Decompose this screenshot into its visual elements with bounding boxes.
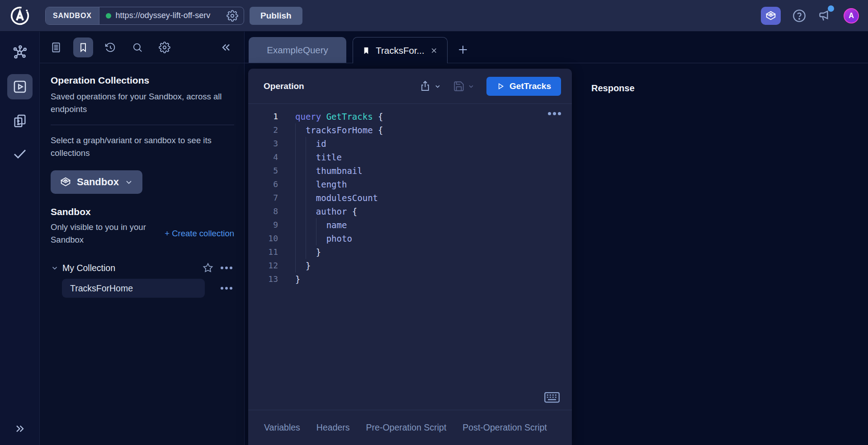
keyboard-shortcuts-icon[interactable] (544, 391, 560, 403)
changes-diff-icon (12, 113, 28, 129)
collection-chevron-down-icon[interactable] (51, 264, 59, 272)
editor-menu-button[interactable] (548, 112, 561, 115)
endpoint-pill: SANDBOX https://odyssey-lift-off-serv (45, 7, 244, 25)
announcements-button[interactable] (818, 9, 832, 23)
line-number: 13 (248, 272, 278, 286)
plus-icon (457, 44, 469, 56)
create-collection-link[interactable]: + Create collection (165, 229, 234, 239)
apollo-logo[interactable] (0, 0, 40, 32)
code-editor[interactable]: 1query GetTracks {2tracksForHome {3id4ti… (248, 104, 572, 410)
tab-label: TracksFor... (376, 45, 424, 56)
collections-tab-button[interactable] (73, 37, 93, 57)
collection-item-tracksforhome[interactable]: TracksForHome (62, 279, 205, 298)
line-number: 6 (248, 178, 278, 191)
schema-graph-icon (12, 44, 28, 61)
code-line-2: 2tracksForHome { (248, 123, 572, 137)
code-content: title (278, 150, 342, 164)
explorer-settings-button[interactable] (155, 37, 175, 57)
collection-item-row: TracksForHome (51, 279, 241, 298)
divider (51, 125, 234, 125)
line-number: 9 (248, 218, 278, 232)
sandbox-dropdown[interactable]: Sandbox (51, 170, 142, 194)
double-chevron-left-icon (220, 41, 232, 54)
save-options-chevron-icon[interactable] (467, 83, 475, 90)
line-number: 10 (248, 232, 278, 245)
code-content: author { (278, 205, 357, 218)
rail-item-explorer[interactable] (7, 74, 33, 99)
chevron-down-icon (124, 178, 133, 187)
collection-item-menu-button[interactable] (221, 287, 232, 290)
share-operation-icon[interactable] (419, 80, 431, 92)
rail-item-changes[interactable] (9, 110, 31, 132)
sandbox-cube-button[interactable] (761, 7, 781, 25)
add-tab-button[interactable] (457, 44, 469, 56)
sandbox-mode-badge: SANDBOX (46, 7, 99, 24)
tab-tracksforhome[interactable]: TracksFor... (353, 37, 448, 63)
history-tab-button[interactable] (100, 37, 120, 57)
bookmark-icon (362, 47, 370, 55)
sandbox-cube-icon (765, 10, 777, 22)
sandbox-section-subtitle: Only visible to you in your Sandbox (51, 221, 158, 246)
panel-toolbar (40, 32, 244, 63)
code-line-3: 3id (248, 137, 572, 150)
help-button[interactable] (792, 9, 807, 23)
collapse-panel-button[interactable] (220, 41, 232, 54)
close-tab-icon[interactable] (430, 47, 438, 55)
code-line-6: 6length (248, 178, 572, 191)
expand-rail-button[interactable] (0, 422, 40, 435)
favorite-star-icon[interactable] (203, 262, 213, 273)
sandbox-dropdown-label: Sandbox (77, 176, 119, 188)
code-content: } (278, 272, 300, 286)
code-line-7: 7modulesCount (248, 191, 572, 205)
code-content: tracksForHome { (278, 123, 383, 137)
rail-item-schema[interactable] (9, 42, 31, 63)
code-content: id (278, 137, 326, 150)
code-lines: 1query GetTracks {2tracksForHome {3id4ti… (248, 110, 572, 286)
left-nav-rail (0, 32, 40, 445)
collection-menu-button[interactable] (221, 267, 232, 269)
code-line-4: 4title (248, 150, 572, 164)
line-number: 5 (248, 164, 278, 178)
response-panel: Response (572, 69, 868, 445)
code-line-1: 1query GetTracks { (248, 110, 572, 123)
save-operation-icon[interactable] (453, 80, 465, 92)
footer-tab-post-operation-script[interactable]: Post-Operation Script (462, 422, 547, 433)
line-number: 11 (248, 245, 278, 259)
endpoint-settings-gear-icon[interactable] (226, 10, 238, 22)
code-content: } (278, 245, 321, 259)
sandbox-section-row: Only visible to you in your Sandbox + Cr… (51, 221, 241, 246)
apollo-logo-icon (10, 6, 30, 26)
endpoint-url-input[interactable]: https://odyssey-lift-off-serv (116, 11, 222, 20)
line-number: 12 (248, 259, 278, 272)
endpoint-url-wrap: https://odyssey-lift-off-serv (99, 7, 244, 24)
footer-tab-variables[interactable]: Variables (264, 422, 300, 433)
footer-tab-headers[interactable]: Headers (316, 422, 350, 433)
document-icon (50, 42, 62, 53)
double-chevron-right-icon (14, 422, 26, 435)
operation-editor-panel: Operation (248, 69, 572, 445)
share-options-chevron-icon[interactable] (434, 83, 441, 90)
connection-status-dot (106, 13, 111, 19)
user-avatar[interactable]: A (844, 8, 859, 23)
operation-title: Operation (264, 81, 304, 91)
history-icon (104, 42, 116, 53)
rail-item-checks[interactable] (9, 143, 31, 164)
code-line-13: 13} (248, 272, 572, 286)
code-content: photo (278, 232, 352, 245)
line-number: 8 (248, 205, 278, 218)
tab-bar: ExampleQuery TracksFor... (245, 32, 868, 63)
code-line-5: 5thumbnail (248, 164, 572, 178)
publish-button[interactable]: Publish (250, 7, 302, 25)
footer-tab-pre-operation-script[interactable]: Pre-Operation Script (366, 422, 447, 433)
tab-examplequery[interactable]: ExampleQuery (249, 37, 346, 63)
documentation-tab-button[interactable] (46, 37, 66, 57)
run-operation-button[interactable]: GetTracks (486, 77, 561, 96)
line-number: 2 (248, 123, 278, 137)
collection-actions (203, 262, 232, 273)
collection-name[interactable]: My Collection (62, 263, 115, 273)
editor-footer-tabs: VariablesHeadersPre-Operation ScriptPost… (248, 410, 572, 445)
search-button[interactable] (127, 37, 147, 57)
code-content: length (278, 178, 347, 191)
code-content: thumbnail (278, 164, 363, 178)
code-line-12: 12} (248, 259, 572, 272)
